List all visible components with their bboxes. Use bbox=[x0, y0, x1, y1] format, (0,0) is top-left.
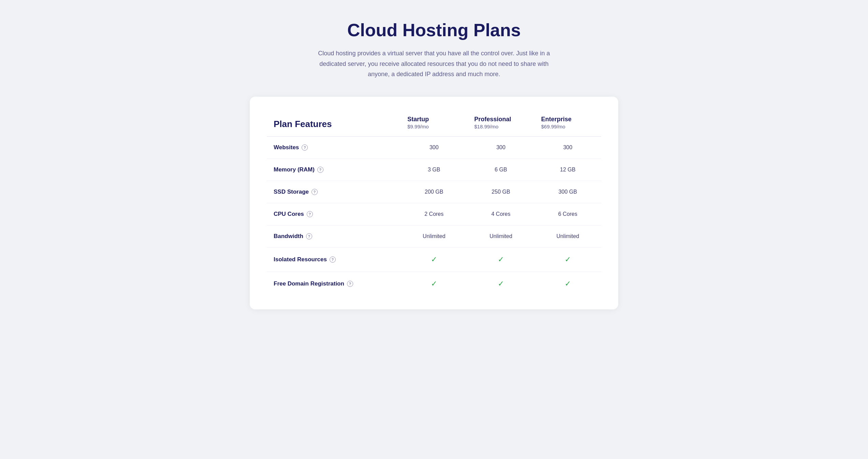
info-icon[interactable]: ? bbox=[312, 189, 318, 195]
feature-value: ✓ bbox=[534, 272, 601, 296]
feature-label: Free Domain Registration bbox=[274, 280, 344, 287]
features-header: Plan Features bbox=[267, 110, 401, 137]
table-row: Websites?300300300 bbox=[267, 137, 601, 159]
check-mark-icon: ✓ bbox=[498, 255, 504, 264]
feature-value: Unlimited bbox=[467, 225, 534, 248]
check-mark-icon: ✓ bbox=[431, 279, 437, 288]
feature-value: 6 GB bbox=[467, 159, 534, 181]
plan-header-startup: Startup $9.99/mo bbox=[401, 110, 467, 137]
feature-value: 12 GB bbox=[534, 159, 601, 181]
feature-label: Isolated Resources bbox=[274, 256, 327, 263]
feature-label: Websites bbox=[274, 144, 299, 151]
feature-value: ✓ bbox=[467, 248, 534, 272]
plan-name-startup: Startup bbox=[407, 116, 461, 123]
feature-name-cell: Bandwidth? bbox=[267, 225, 401, 248]
page-title: Cloud Hosting Plans bbox=[315, 20, 553, 40]
feature-value: ✓ bbox=[467, 272, 534, 296]
info-icon[interactable]: ? bbox=[306, 233, 312, 239]
feature-value: 300 bbox=[534, 137, 601, 159]
feature-name-cell: Free Domain Registration? bbox=[267, 272, 401, 296]
info-icon[interactable]: ? bbox=[302, 144, 308, 151]
feature-value: 300 bbox=[401, 137, 467, 159]
table-header-row: Plan Features Startup $9.99/mo Professio… bbox=[267, 110, 601, 137]
check-mark-icon: ✓ bbox=[498, 279, 504, 288]
feature-value: ✓ bbox=[401, 248, 467, 272]
feature-name-cell: Isolated Resources? bbox=[267, 248, 401, 272]
feature-value: 4 Cores bbox=[467, 203, 534, 225]
plan-price-startup: $9.99/mo bbox=[407, 124, 461, 129]
plans-card: Plan Features Startup $9.99/mo Professio… bbox=[250, 97, 618, 310]
check-mark-icon: ✓ bbox=[565, 279, 571, 288]
check-mark-icon: ✓ bbox=[565, 255, 571, 264]
page-subtitle: Cloud hosting provides a virtual server … bbox=[315, 48, 553, 80]
feature-label: Bandwidth bbox=[274, 233, 303, 240]
check-mark-icon: ✓ bbox=[431, 255, 437, 264]
feature-value: 250 GB bbox=[467, 181, 534, 203]
table-row: CPU Cores?2 Cores4 Cores6 Cores bbox=[267, 203, 601, 225]
feature-name-cell: Memory (RAM)? bbox=[267, 159, 401, 181]
info-icon[interactable]: ? bbox=[330, 256, 336, 263]
table-row: Memory (RAM)?3 GB6 GB12 GB bbox=[267, 159, 601, 181]
feature-name-cell: SSD Storage? bbox=[267, 181, 401, 203]
feature-name-cell: CPU Cores? bbox=[267, 203, 401, 225]
plan-name-enterprise: Enterprise bbox=[541, 116, 594, 123]
feature-value: ✓ bbox=[534, 248, 601, 272]
feature-value: Unlimited bbox=[534, 225, 601, 248]
info-icon[interactable]: ? bbox=[347, 281, 353, 287]
feature-value: Unlimited bbox=[401, 225, 467, 248]
table-body: Websites?300300300Memory (RAM)?3 GB6 GB1… bbox=[267, 137, 601, 296]
info-icon[interactable]: ? bbox=[317, 167, 323, 173]
feature-value: ✓ bbox=[401, 272, 467, 296]
feature-value: 6 Cores bbox=[534, 203, 601, 225]
plan-price-enterprise: $69.99/mo bbox=[541, 124, 594, 129]
feature-value: 300 bbox=[467, 137, 534, 159]
feature-label: Memory (RAM) bbox=[274, 166, 315, 173]
plan-header-professional: Professional $18.99/mo bbox=[467, 110, 534, 137]
feature-value: 3 GB bbox=[401, 159, 467, 181]
table-row: Isolated Resources?✓✓✓ bbox=[267, 248, 601, 272]
feature-value: 300 GB bbox=[534, 181, 601, 203]
plan-name-professional: Professional bbox=[474, 116, 527, 123]
info-icon[interactable]: ? bbox=[307, 211, 313, 217]
table-row: Free Domain Registration?✓✓✓ bbox=[267, 272, 601, 296]
page-header: Cloud Hosting Plans Cloud hosting provid… bbox=[315, 20, 553, 80]
feature-label: SSD Storage bbox=[274, 189, 309, 195]
feature-value: 200 GB bbox=[401, 181, 467, 203]
plan-header-enterprise: Enterprise $69.99/mo bbox=[534, 110, 601, 137]
feature-label: CPU Cores bbox=[274, 211, 304, 218]
feature-name-cell: Websites? bbox=[267, 137, 401, 159]
table-row: Bandwidth?UnlimitedUnlimitedUnlimited bbox=[267, 225, 601, 248]
plans-table: Plan Features Startup $9.99/mo Professio… bbox=[267, 110, 601, 296]
feature-value: 2 Cores bbox=[401, 203, 467, 225]
table-row: SSD Storage?200 GB250 GB300 GB bbox=[267, 181, 601, 203]
plan-price-professional: $18.99/mo bbox=[474, 124, 527, 129]
